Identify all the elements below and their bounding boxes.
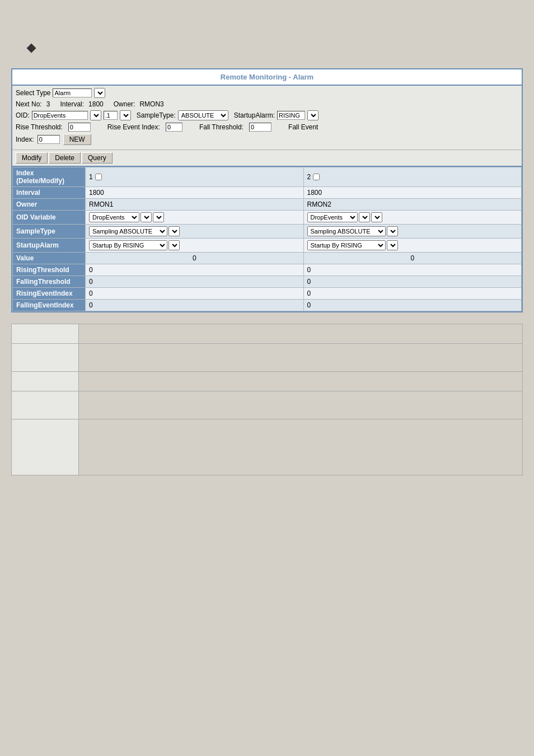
buttons-row: Modify Delete Query xyxy=(12,150,522,167)
index-input[interactable] xyxy=(38,135,60,144)
fall-threshold-label: Fall Threshold: xyxy=(199,123,243,131)
startupalarm-col2-dropdown[interactable]: Startup By RISING xyxy=(307,240,386,250)
rise-threshold-label: Rise Threshold: xyxy=(16,123,63,131)
select-type-input[interactable] xyxy=(53,88,92,97)
select-type-row: Select Type ▼ xyxy=(16,88,518,98)
oid-row: OID: SampleType: ABSOLUTE DELTA StartupA… xyxy=(16,110,518,120)
startup-alarm-label: StartupAlarm: xyxy=(234,111,275,119)
oid-var-col1-sub-dropdown[interactable]: 1 xyxy=(140,212,152,222)
interval-label: Interval: xyxy=(60,100,84,108)
bottom-row-1 xyxy=(12,324,523,344)
startupalarm-col1-arrow[interactable] xyxy=(168,240,180,250)
sampletype-col2-arrow[interactable] xyxy=(387,226,398,236)
label-fallingeventindex: FallingEventIndex xyxy=(13,300,86,311)
oid-main-dropdown[interactable] xyxy=(90,110,101,120)
oid-var-col2-sub-dropdown[interactable]: 1 xyxy=(359,212,370,222)
bottom-row-3 xyxy=(12,372,523,391)
startupalarm-col2-arrow[interactable] xyxy=(387,240,398,250)
rise-threshold-input[interactable] xyxy=(68,123,91,132)
index-2-checkbox[interactable] xyxy=(313,174,320,180)
oid-var-col2-dropdown[interactable]: DropEvents xyxy=(307,212,358,222)
col1-risingeventindex: 0 xyxy=(86,288,304,300)
table-row-owner: Owner RMON1 RMON2 xyxy=(13,199,522,211)
label-index: Index(Delete/Modify) xyxy=(13,167,86,187)
top-controls: Select Type ▼ Next No: 3 Interval: 1800 … xyxy=(12,86,522,150)
col2-owner: RMON2 xyxy=(303,199,522,211)
panel-title: Remote Monitoring - Alarm xyxy=(12,69,522,86)
col1-interval: 1800 xyxy=(86,187,304,199)
col1-oid: DropEvents 1 xyxy=(86,211,304,225)
table-row-risingthreshold: RisingThreshold 0 0 xyxy=(13,264,522,276)
oid-var-col1-dropdown[interactable]: DropEvents xyxy=(89,212,139,222)
bottom-section-table xyxy=(11,324,523,475)
col2-value: 0 xyxy=(303,253,522,264)
rise-event-index-label: Rise Event Index: xyxy=(107,123,160,131)
threshold-row: Rise Threshold: Rise Event Index: Fall T… xyxy=(16,123,518,132)
sampletype-col1-dropdown[interactable]: Sampling ABSOLUTE xyxy=(89,226,167,236)
modify-button[interactable]: Modify xyxy=(16,152,48,164)
delete-button[interactable]: Delete xyxy=(49,152,81,164)
startupalarm-col1-dropdown[interactable]: Startup By RISING xyxy=(89,240,167,250)
bottom-label-2 xyxy=(12,344,79,372)
label-interval: Interval xyxy=(13,187,86,199)
index-label: Index: xyxy=(16,136,34,143)
col1-owner: RMON1 xyxy=(86,199,304,211)
col2-startupalarm: Startup By RISING xyxy=(303,239,522,253)
oid-sub-dropdown[interactable] xyxy=(120,110,131,120)
table-row-fallingeventindex: FallingEventIndex 0 0 xyxy=(13,300,522,311)
oid-sub-input[interactable] xyxy=(104,111,118,120)
bottom-value-5 xyxy=(79,419,523,475)
startup-alarm-input[interactable] xyxy=(277,111,305,120)
sampletype-col2-dropdown[interactable]: Sampling ABSOLUTE xyxy=(307,226,386,236)
table-row-interval: Interval 1800 1800 xyxy=(13,187,522,199)
new-button[interactable]: NEW xyxy=(63,134,91,145)
bottom-row-4 xyxy=(12,391,523,419)
label-startupalarm: StartupAlarm xyxy=(13,239,86,253)
sample-type-dropdown[interactable]: ABSOLUTE DELTA xyxy=(178,110,228,120)
next-no-value: 3 xyxy=(46,100,50,108)
bottom-value-2 xyxy=(79,344,523,372)
col1-fallingthreshold: 0 xyxy=(86,276,304,288)
rise-event-index-input[interactable] xyxy=(166,123,182,132)
oid-var-col1-sub2-dropdown[interactable] xyxy=(153,212,164,222)
col1-fallingeventindex: 0 xyxy=(86,300,304,311)
label-fallingthreshold: FallingThreshold xyxy=(13,276,86,288)
fall-event-label: Fall Event xyxy=(288,123,318,131)
select-type-dropdown[interactable]: ▼ xyxy=(94,88,105,98)
bottom-row-5 xyxy=(12,419,523,475)
startup-alarm-dropdown[interactable] xyxy=(307,110,318,120)
query-button[interactable]: Query xyxy=(82,152,113,164)
index-1-checkbox[interactable] xyxy=(95,174,102,180)
sampletype-col1-arrow[interactable] xyxy=(168,226,180,236)
col1-index: 1 xyxy=(86,167,304,187)
col2-fallingeventindex: 0 xyxy=(303,300,522,311)
bottom-label-4 xyxy=(12,391,79,419)
label-oid: OID Variable xyxy=(13,211,86,225)
table-row-value: Value 0 0 xyxy=(13,253,522,264)
oid-var-col2-sub2-dropdown[interactable] xyxy=(371,212,382,222)
sample-type-label: SampleType: xyxy=(137,111,176,119)
bottom-value-3 xyxy=(79,372,523,391)
bottom-value-1 xyxy=(79,324,523,344)
oid-label: OID: xyxy=(16,111,30,119)
table-row-fallingthreshold: FallingThreshold 0 0 xyxy=(13,276,522,288)
owner-value: RMON3 xyxy=(139,100,163,108)
col1-sampletype: Sampling ABSOLUTE xyxy=(86,225,304,239)
table-row-index: Index(Delete/Modify) 1 2 xyxy=(13,167,522,187)
index-row: Index: NEW xyxy=(16,134,518,145)
data-table: Index(Delete/Modify) 1 2 xyxy=(12,167,522,311)
label-risingthreshold: RisingThreshold xyxy=(13,264,86,276)
interval-value: 1800 xyxy=(88,100,104,108)
bottom-label-3 xyxy=(12,372,79,391)
bottom-value-4 xyxy=(79,391,523,419)
col2-interval: 1800 xyxy=(303,187,522,199)
next-no-label: Next No: xyxy=(16,100,42,108)
oid-input[interactable] xyxy=(32,111,88,120)
bottom-row-2 xyxy=(12,344,523,372)
col2-sampletype: Sampling ABSOLUTE xyxy=(303,225,522,239)
bottom-label-5 xyxy=(12,419,79,475)
index-2-value: 2 xyxy=(307,173,311,181)
fall-threshold-input[interactable] xyxy=(249,123,271,132)
label-sampletype: SampleType xyxy=(13,225,86,239)
owner-label: Owner: xyxy=(114,100,135,108)
